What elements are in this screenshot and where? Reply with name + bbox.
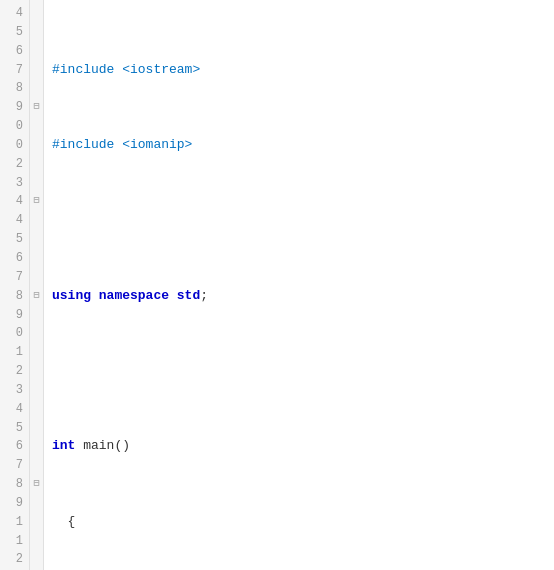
fold-marker <box>30 419 43 438</box>
fold-marker <box>30 513 43 532</box>
code-token: #include <iomanip> <box>52 137 192 152</box>
fold-marker <box>30 117 43 136</box>
fold-marker <box>30 249 43 268</box>
code-token: { <box>52 514 75 529</box>
fold-marker <box>30 136 43 155</box>
code-token: int <box>52 438 75 453</box>
fold-marker <box>30 494 43 513</box>
fold-marker <box>30 362 43 381</box>
fold-marker <box>30 437 43 456</box>
code-line: { <box>52 513 546 532</box>
fold-marker[interactable]: ⊟ <box>30 475 43 494</box>
code-token: main() <box>75 438 130 453</box>
fold-marker <box>30 268 43 287</box>
fold-marker <box>30 456 43 475</box>
fold-marker <box>30 4 43 23</box>
code-line: #include <iostream> <box>52 61 546 80</box>
code-editor: 4 5 6 7 8 9 0 0 2 3 4 4 5 6 7 8 9 0 1 2 … <box>0 0 554 570</box>
fold-marker <box>30 155 43 174</box>
fold-marker <box>30 532 43 551</box>
code-line <box>52 362 546 381</box>
fold-marker <box>30 550 43 569</box>
fold-marker <box>30 61 43 80</box>
code-line: using namespace std; <box>52 287 546 306</box>
fold-marker <box>30 343 43 362</box>
code-content[interactable]: #include <iostream> #include <iomanip> u… <box>44 0 554 570</box>
code-token: using namespace std <box>52 288 200 303</box>
code-line <box>52 211 546 230</box>
line-number-gutter: 4 5 6 7 8 9 0 0 2 3 4 4 5 6 7 8 9 0 1 2 … <box>0 0 30 570</box>
fold-marker <box>30 381 43 400</box>
code-token: ; <box>200 288 208 303</box>
fold-marker[interactable]: ⊟ <box>30 287 43 306</box>
code-line: #include <iomanip> <box>52 136 546 155</box>
fold-marker <box>30 400 43 419</box>
fold-marker <box>30 230 43 249</box>
fold-marker <box>30 42 43 61</box>
fold-gutter: ⊟ ⊟ ⊟ ⊟ <box>30 0 44 570</box>
fold-marker <box>30 174 43 193</box>
code-line: int main() <box>52 437 546 456</box>
fold-marker <box>30 306 43 325</box>
fold-marker <box>30 79 43 98</box>
fold-marker <box>30 211 43 230</box>
fold-marker <box>30 23 43 42</box>
fold-marker[interactable]: ⊟ <box>30 98 43 117</box>
fold-marker[interactable]: ⊟ <box>30 192 43 211</box>
fold-marker <box>30 324 43 343</box>
code-token: #include <iostream> <box>52 62 200 77</box>
